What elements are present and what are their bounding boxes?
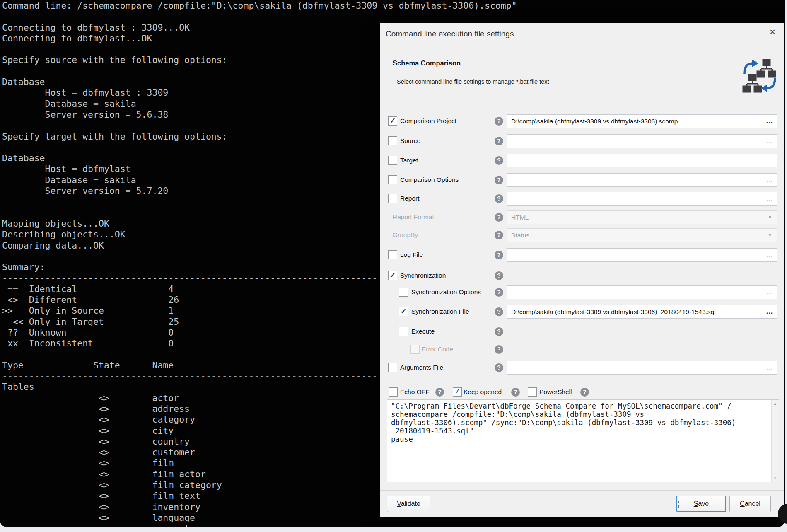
label-source: Source <box>400 137 420 145</box>
checkbox-report[interactable] <box>388 194 397 203</box>
help-icon[interactable]: ? <box>495 194 503 203</box>
label-target: Target <box>400 157 418 164</box>
schema-comparison-icon <box>742 58 777 94</box>
validate-button[interactable]: Validate <box>387 496 430 512</box>
help-icon[interactable]: ? <box>495 213 503 222</box>
field-comparison-options[interactable]: … <box>507 173 777 187</box>
label-execute: Execute <box>411 328 435 335</box>
footer-divider <box>380 490 784 491</box>
save-button[interactable]: Save <box>676 496 726 512</box>
row-synchronization-options: Synchronization Options ? … <box>386 285 777 299</box>
label-arguments-file: Arguments File <box>400 364 443 371</box>
help-icon[interactable]: ? <box>495 156 503 165</box>
browse-button: … <box>763 193 777 205</box>
field-log-file[interactable]: … <box>507 248 777 262</box>
section-title: Schema Comparison <box>393 59 461 67</box>
checkbox-keep-opened[interactable]: ✓ <box>453 387 462 397</box>
help-icon[interactable]: ? <box>495 137 503 145</box>
console-window: Command line: /schemacompare /compfile:"… <box>0 0 785 527</box>
checkbox-synchronization[interactable]: ✓ <box>388 271 397 280</box>
field-synchronization-options[interactable]: … <box>507 285 777 299</box>
field-comparison-project[interactable]: D:\comp\sakila (dbfmylast-3309 vs dbfmyl… <box>507 114 777 128</box>
row-comparison-project: ✓ Comparison Project ? D:\comp\sakila (d… <box>386 114 777 128</box>
label-log-file: Log File <box>400 251 423 259</box>
command-line-settings-dialog: Command line execution file settings × S… <box>380 23 784 517</box>
help-icon[interactable]: ? <box>495 117 503 126</box>
checkbox-error-code <box>410 345 420 354</box>
help-icon[interactable]: ? <box>495 288 503 297</box>
browse-button[interactable]: … <box>763 306 777 318</box>
label-error-code: Error Code <box>422 346 453 353</box>
help-icon[interactable]: ? <box>495 251 503 259</box>
close-icon[interactable]: × <box>770 27 775 37</box>
checkbox-log-file[interactable] <box>388 250 397 259</box>
checkbox-comparison-options[interactable] <box>388 175 397 184</box>
label-comparison-options: Comparison Options <box>400 176 459 184</box>
checkmark-icon: ✓ <box>389 271 397 279</box>
bat-text: "C:\Program Files\Devart\dbForge Schema … <box>387 400 779 445</box>
row-log-file: Log File ? … <box>386 248 777 262</box>
row-arguments-file: Arguments File ? … <box>386 361 777 375</box>
scroll-up-icon[interactable]: ▲ <box>772 401 779 406</box>
dropdown-groupby: Status▼ <box>507 228 777 242</box>
field-report[interactable]: … <box>507 192 777 206</box>
dialog-title: Command line execution file settings <box>386 29 514 39</box>
help-icon[interactable]: ? <box>495 327 503 336</box>
dropdown-caret-icon: ▼ <box>768 211 772 224</box>
cancel-button[interactable]: Cancel <box>729 496 771 512</box>
row-report-format: Report Format ? HTML▼ <box>386 210 777 224</box>
label-comparison-project: Comparison Project <box>400 117 456 125</box>
dropdown-value: HTML <box>511 214 529 221</box>
label-synchronization: Synchronization <box>400 272 446 279</box>
checkbox-comparison-project[interactable]: ✓ <box>388 116 397 126</box>
field-target[interactable]: … <box>507 154 777 167</box>
field-arguments-file[interactable]: … <box>507 361 777 375</box>
checkbox-synchronization-options[interactable] <box>399 288 408 297</box>
browse-button: … <box>763 249 777 261</box>
help-icon[interactable]: ? <box>495 176 503 184</box>
browse-button: … <box>763 135 777 147</box>
dropdown-report-format: HTML▼ <box>507 210 777 224</box>
help-icon[interactable]: ? <box>495 231 503 239</box>
checkbox-powershell[interactable] <box>528 387 537 397</box>
browse-button: … <box>763 174 777 186</box>
bat-text-area[interactable]: "C:\Program Files\Devart\dbForge Schema … <box>387 399 779 482</box>
label-synchronization-file: Synchronization File <box>411 308 469 315</box>
checkbox-arguments-file[interactable] <box>388 363 397 372</box>
help-icon[interactable]: ? <box>580 388 589 397</box>
browse-button: … <box>763 286 777 298</box>
checkbox-execute[interactable] <box>399 327 408 336</box>
field-value: D:\comp\sakila (dbfmylast-3309 vs dbfmyl… <box>511 308 716 315</box>
checkbox-source[interactable] <box>388 136 397 145</box>
row-synchronization: ✓ Synchronization ? <box>386 269 777 283</box>
help-icon[interactable]: ? <box>435 388 444 397</box>
browse-button[interactable]: … <box>763 115 777 127</box>
field-synchronization-file[interactable]: D:\comp\sakila (dbfmylast-3309 vs dbfmyl… <box>507 305 777 319</box>
row-groupby: GroupBy ? Status▼ <box>386 228 777 242</box>
row-error-code: Error Code ? <box>386 343 777 356</box>
help-icon[interactable]: ? <box>511 388 520 397</box>
script-options-row: Echo OFF ? ✓ Keep opened ? PowerShell ? <box>386 387 777 397</box>
checkmark-icon: ✓ <box>455 388 460 395</box>
browse-button: … <box>763 155 777 167</box>
checkbox-echo-off[interactable] <box>389 387 398 397</box>
field-value: D:\comp\sakila (dbfmylast-3309 vs dbfmyl… <box>511 118 678 125</box>
label-groupby: GroupBy <box>393 231 418 239</box>
row-execute: Execute ? <box>386 325 777 339</box>
row-report: Report ? … <box>386 192 777 206</box>
row-comparison-options: Comparison Options ? … <box>386 173 777 187</box>
section-description: Select command line file settings to man… <box>397 78 549 85</box>
label-keep-opened: Keep opened <box>464 388 502 396</box>
help-icon[interactable]: ? <box>495 307 503 316</box>
field-source[interactable]: … <box>507 134 777 148</box>
help-icon[interactable]: ? <box>495 271 503 280</box>
help-icon[interactable]: ? <box>495 363 503 372</box>
screenshot-frame: Command line: /schemacompare /compfile:"… <box>0 0 787 532</box>
row-source: Source ? … <box>386 134 777 148</box>
checkbox-synchronization-file[interactable]: ✓ <box>399 307 408 316</box>
scrollbar[interactable]: ▲ ▼ <box>771 400 779 482</box>
checkbox-target[interactable] <box>388 156 397 165</box>
row-synchronization-file: ✓ Synchronization File ? D:\comp\sakila … <box>386 305 777 319</box>
scroll-down-icon[interactable]: ▼ <box>772 476 779 480</box>
help-icon[interactable]: ? <box>495 345 503 354</box>
